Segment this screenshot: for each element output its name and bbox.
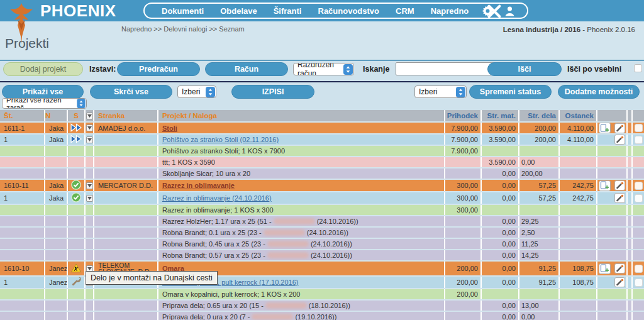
- cell-status: [68, 250, 84, 260]
- menu-item-napredno[interactable]: Napredno: [423, 6, 477, 16]
- reports-button[interactable]: IZPISI: [231, 85, 314, 99]
- cell-checkbox: [633, 216, 644, 226]
- filter-dropdown-icon[interactable]: [86, 182, 93, 189]
- cell-str-dela: 57,25: [519, 192, 558, 204]
- cell-ostanek: 242,75: [560, 192, 596, 204]
- search-in-content-checkbox[interactable]: [634, 64, 642, 72]
- filter-dropdown-icon[interactable]: [86, 136, 93, 143]
- edit-icon[interactable]: [614, 263, 625, 273]
- col-header-prihodek[interactable]: Prihodek: [445, 110, 480, 121]
- col-header-checkbox: [633, 110, 644, 121]
- cell-filter: [86, 123, 93, 133]
- cell-str-mat: 0,00: [482, 239, 518, 249]
- copy-project-icon[interactable]: [599, 180, 611, 191]
- edit-icon[interactable]: [614, 277, 625, 287]
- change-status-button[interactable]: Spremeni status: [469, 85, 552, 99]
- col-header-projekt[interactable]: Projekt / Naloga: [158, 110, 444, 121]
- izberi-select[interactable]: Izberi: [177, 86, 216, 98]
- cell-prihodek: 200,00: [445, 289, 480, 299]
- cell-projekt: Razrez in oblimavanje; 1 KOS x 300: [158, 205, 444, 215]
- row-checkbox[interactable]: [635, 182, 643, 190]
- cell-actions: [597, 157, 626, 167]
- col-header-str-dela[interactable]: Str. dela: [519, 110, 558, 121]
- cell-spacer: [628, 289, 631, 299]
- context-info: Lesna industrija / 2016 - Phoenix 2.0.16: [503, 26, 635, 33]
- cell-stranka: [94, 312, 157, 320]
- racun-button[interactable]: Račun: [205, 62, 288, 76]
- cell-ostanek: 108,75: [560, 262, 596, 275]
- cell-actions: [597, 180, 626, 191]
- search-button[interactable]: Išči: [487, 62, 562, 76]
- table-row: Razrez HolzHer; 1.17 ura x 25 (51 - (24.…: [0, 216, 644, 226]
- cell-n: [45, 312, 67, 320]
- col-header-actions: [597, 110, 626, 121]
- cell-prihodek: 7.900,00: [445, 135, 480, 145]
- izstavi-label: Izstavi:: [89, 65, 116, 74]
- cell-projekt: Pohištvo za stranko Stoli; 1 KOS x 7900: [158, 146, 444, 156]
- cell-st: [0, 157, 44, 167]
- project-link[interactable]: Stoli: [162, 124, 177, 132]
- cell-spacer: [628, 123, 631, 133]
- menu-item-crm[interactable]: CRM: [387, 6, 423, 16]
- project-link[interactable]: Razrez in oblimavanje: [162, 182, 235, 189]
- predracun-button[interactable]: Predračun: [117, 62, 200, 76]
- col-header-str-mat[interactable]: Str. mat.: [482, 110, 518, 121]
- cell-projekt: ttt; 1 KOS x 3590: [158, 157, 444, 167]
- cell-stranka: [94, 168, 157, 179]
- row-checkbox[interactable]: [635, 124, 643, 132]
- row-checkbox[interactable]: [635, 279, 643, 287]
- cell-spacer: [628, 205, 631, 215]
- col-header-s[interactable]: S: [68, 110, 84, 121]
- more-options-button[interactable]: Dodatne možnosti: [558, 85, 640, 99]
- cell-st: 1: [0, 135, 44, 145]
- collapse-all-button[interactable]: Skrči vse: [90, 85, 172, 99]
- filter-dropdown-icon[interactable]: [86, 195, 93, 202]
- cell-spacer: [628, 146, 631, 156]
- col-header-ostanek[interactable]: Ostanek: [560, 110, 596, 121]
- row-checkbox[interactable]: [635, 194, 643, 202]
- dropdown-stepper-icon: [343, 64, 353, 75]
- task-link[interactable]: Razrez in oblimavanje (24.10.2016): [162, 194, 272, 202]
- edit-icon[interactable]: [614, 123, 625, 133]
- izberi2-select[interactable]: Izberi: [414, 86, 467, 98]
- filter-dropdown-icon[interactable]: [86, 124, 93, 131]
- task-link[interactable]: Pohištvo za stranko Stoli (02.11.2016): [162, 136, 279, 143]
- edit-icon[interactable]: [614, 180, 625, 190]
- row-checkbox[interactable]: [635, 136, 643, 144]
- edit-icon[interactable]: [614, 193, 625, 203]
- filter-dropdown-icon[interactable]: [86, 113, 93, 119]
- cell-stranka: [94, 146, 157, 156]
- menu-item-racunovodstvo[interactable]: Računovodstvo: [310, 6, 388, 16]
- cell-str-dela: 0,00: [519, 157, 558, 167]
- row-filter-select[interactable]: Prikaži vse razen zarač.: [2, 98, 87, 109]
- col-header-stranka[interactable]: Stranka: [94, 110, 157, 121]
- cell-filter: [86, 180, 93, 191]
- menu-item-sifranti[interactable]: Šifranti: [265, 6, 310, 16]
- cell-ostanek: [560, 228, 596, 238]
- menu-item-obdelave[interactable]: Obdelave: [212, 6, 265, 16]
- add-project-button[interactable]: Dodaj projekt: [3, 62, 83, 76]
- edit-icon[interactable]: [614, 135, 625, 145]
- cell-prihodek: [445, 228, 480, 238]
- row-checkbox[interactable]: [635, 265, 643, 273]
- show-all-button[interactable]: Prikaži vse: [2, 85, 84, 99]
- cell-prihodek: 200,00: [445, 262, 480, 275]
- search-input[interactable]: [396, 62, 496, 75]
- col-header-st[interactable]: Št.: [0, 110, 44, 121]
- cell-str-dela: [519, 289, 558, 299]
- cell-projekt: Priprava dela; 0 ura x 20 (7 - (19.10.20…: [158, 312, 444, 320]
- col-header-n[interactable]: N: [45, 110, 67, 121]
- copy-project-icon[interactable]: [599, 263, 611, 274]
- user-icon[interactable]: [499, 5, 521, 17]
- menu-item-dokumenti[interactable]: Dokumenti: [153, 6, 212, 16]
- cell-filter: [86, 228, 93, 238]
- cell-str-dela: 2,50: [519, 228, 558, 238]
- wrench-icon: [71, 277, 81, 288]
- cell-n: Jaka: [45, 123, 67, 133]
- copy-project-icon[interactable]: [599, 123, 611, 133]
- cell-spacer: [628, 239, 631, 249]
- cell-filter: [86, 239, 93, 249]
- cell-status: [68, 289, 84, 299]
- close-icon[interactable]: [487, 4, 502, 21]
- invoice-type-select[interactable]: Razdružen račun: [293, 63, 354, 75]
